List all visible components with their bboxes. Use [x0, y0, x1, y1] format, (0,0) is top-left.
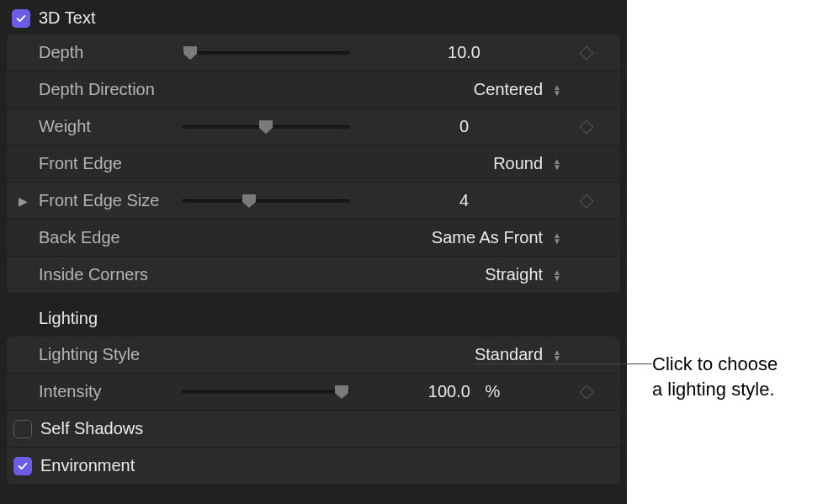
- row-front-edge: Front Edge Round ▲▼: [7, 146, 620, 183]
- row-environment: Environment: [7, 448, 620, 485]
- section-title-lighting: Lighting: [39, 309, 98, 328]
- keyframe-intensity[interactable]: [580, 385, 594, 399]
- value-depth[interactable]: 10.0: [367, 43, 561, 62]
- row-front-edge-size: ▶ Front Edge Size 4: [7, 183, 620, 220]
- rows-3d-text: Depth 10.0 Depth Direction Centered ▲▼: [7, 34, 620, 294]
- section-title-3d-text: 3D Text: [39, 8, 95, 28]
- slider-front-edge-size[interactable]: [182, 199, 350, 203]
- section-header-lighting: Lighting: [7, 294, 620, 337]
- label-lighting-style: Lighting Style: [39, 345, 182, 364]
- label-depth-direction: Depth Direction: [39, 80, 182, 99]
- stepper-icon: ▲▼: [553, 269, 561, 281]
- select-inside-corners[interactable]: Straight ▲▼: [367, 265, 561, 284]
- stepper-icon: ▲▼: [553, 349, 561, 361]
- keyframe-depth[interactable]: [580, 45, 594, 60]
- row-intensity: Intensity 100.0 %: [7, 374, 620, 411]
- label-inside-corners: Inside Corners: [39, 265, 182, 284]
- select-front-edge[interactable]: Round ▲▼: [367, 154, 561, 173]
- label-intensity: Intensity: [39, 382, 182, 401]
- slider-depth[interactable]: [182, 51, 350, 55]
- label-front-edge-size: Front Edge Size: [39, 191, 182, 210]
- stepper-icon: ▲▼: [553, 158, 561, 170]
- label-depth: Depth: [39, 43, 182, 62]
- label-weight: Weight: [39, 117, 182, 136]
- inspector-panel: 3D Text Depth 10.0 Depth Direction Cen: [0, 0, 627, 504]
- row-depth-direction: Depth Direction Centered ▲▼: [7, 72, 620, 109]
- checkbox-self-shadows[interactable]: [13, 420, 32, 438]
- callout-line: [475, 363, 652, 364]
- slider-weight[interactable]: [182, 125, 350, 129]
- rows-lighting: Lighting Style Standard ▲▼ Intensity 100…: [7, 337, 620, 485]
- row-inside-corners: Inside Corners Straight ▲▼: [7, 257, 620, 294]
- stepper-icon: ▲▼: [553, 84, 561, 96]
- checkbox-3d-text[interactable]: [12, 9, 30, 28]
- disclosure-triangle-icon[interactable]: ▶: [19, 194, 28, 208]
- annotation-text: Click to choose a lighting style.: [652, 352, 778, 401]
- row-back-edge: Back Edge Same As Front ▲▼: [7, 220, 620, 257]
- label-self-shadows: Self Shadows: [40, 419, 143, 438]
- slider-intensity[interactable]: [182, 390, 350, 394]
- row-lighting-style: Lighting Style Standard ▲▼: [7, 337, 620, 374]
- keyframe-front-edge-size[interactable]: [580, 194, 594, 208]
- value-front-edge-size[interactable]: 4: [367, 191, 561, 210]
- label-front-edge: Front Edge: [39, 154, 182, 173]
- checkbox-environment[interactable]: [13, 457, 32, 475]
- value-intensity[interactable]: 100.0 %: [367, 382, 561, 401]
- select-lighting-style[interactable]: Standard ▲▼: [367, 345, 561, 364]
- keyframe-weight[interactable]: [580, 119, 594, 134]
- stepper-icon: ▲▼: [553, 232, 561, 244]
- label-environment: Environment: [40, 456, 135, 475]
- row-weight: Weight 0: [7, 109, 620, 146]
- section-header-3d-text: 3D Text: [7, 5, 620, 34]
- label-back-edge: Back Edge: [39, 228, 182, 247]
- select-depth-direction[interactable]: Centered ▲▼: [367, 80, 561, 99]
- row-depth: Depth 10.0: [7, 34, 620, 72]
- value-weight[interactable]: 0: [367, 117, 561, 136]
- row-self-shadows: Self Shadows: [7, 411, 620, 448]
- select-back-edge[interactable]: Same As Front ▲▼: [367, 228, 561, 247]
